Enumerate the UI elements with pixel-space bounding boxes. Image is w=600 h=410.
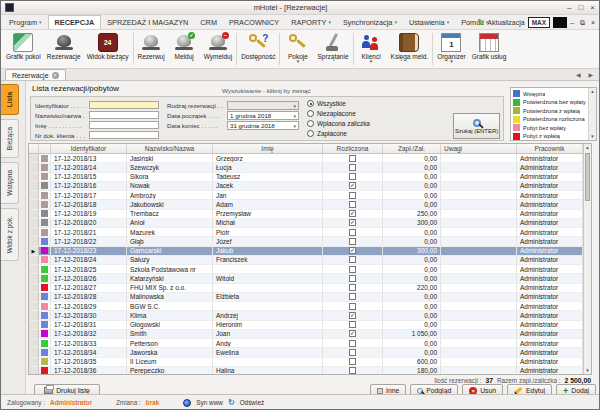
column-header-nazwisko-nazwa[interactable]: Nazwisko/Nazwa [127,144,213,153]
toolbar-melduj[interactable]: ✓Melduj [168,31,201,67]
table-row[interactable]: 17-12-2018/28MalinowskaElżbieta0,00Admin… [29,293,583,302]
toolbar-ksi-ga-meld[interactable]: Księga meld. [388,31,432,67]
side-tab-lista[interactable]: Lista [1,84,19,115]
inne-button[interactable]: Inne [370,384,406,394]
toolbar-rezerwacje[interactable]: Rezerwacje [44,31,84,67]
table-row[interactable]: ▶17-12-2018/23GarncarskiJakub✓300,00Admi… [29,247,583,256]
reservation-type-select[interactable]: ▾ [227,101,299,110]
toolbar-grafik-us-ug[interactable]: Grafik usług [469,31,510,67]
rozliczona-checkbox[interactable] [349,201,356,208]
rozliczona-checkbox[interactable] [349,266,356,273]
toolbar-pokoje[interactable]: Pokoje▼ [281,31,314,67]
table-row[interactable]: 17-12-2018/36PerepeczkoHalina180,00Admin… [29,367,583,374]
date-end-select[interactable]: 31 grudnia 2018▾ [227,121,299,130]
table-row[interactable]: 17-12-2018/15SikoraTadeusz0,00Administra… [29,173,583,182]
rozliczona-checkbox[interactable]: ✓ [349,330,356,337]
mdi-window-controls[interactable]: – ⧉ × [570,19,597,27]
radio-wszystkie[interactable]: Wszystkie [307,100,346,107]
table-row[interactable]: 17-12-2018/27FHU MIX Sp. z o.o.220,00Adm… [29,284,583,293]
toolbar-grafik-pokoi[interactable]: Grafik pokoi [3,31,44,67]
table-row[interactable]: 17-12-2018/14SzewczykŁucja0,00Administra… [29,163,583,172]
toolbar-organizer[interactable]: Organizer▼ [434,31,469,67]
rozliczona-checkbox[interactable] [349,367,356,374]
search-collapse-hint[interactable]: Wyszukiwanie - kliknij by zwinąć [222,87,311,94]
column-header-zap-zal[interactable]: Zapł./Zal. [383,144,441,153]
menu-item-raporty[interactable]: RAPORTY▾ [285,15,337,29]
filter-input-0[interactable] [89,101,159,109]
table-row[interactable]: 17-12-2018/17AmbrożyJan0,00Administrator [29,191,583,200]
table-row[interactable]: 17-12-2018/34JaworskaEwelina0,00Administ… [29,348,583,357]
radio-zap-acone[interactable]: Zapłacone [307,130,347,137]
filter-input-3[interactable] [89,131,159,139]
column-header-rozliczona[interactable]: Rozliczona [323,144,383,153]
rozliczona-checkbox[interactable] [349,155,356,162]
table-row[interactable]: 17-12-2018/16NowakJacek✓0,00Administrato… [29,182,583,191]
podgl-d-button[interactable]: Podgląd [410,384,458,394]
side-tab-bie-ca[interactable]: Bieżąca [1,119,19,158]
rozliczona-checkbox[interactable] [349,173,356,180]
table-scrollbar[interactable]: ▲ ▼ [583,144,591,374]
table-row[interactable]: 17-12-2018/24SałuzyFranciszek0,00Adminis… [29,256,583,265]
toolbar-klienci[interactable]: Klienci▼ [355,31,388,67]
rozliczona-checkbox[interactable] [349,293,356,300]
scrollbar-thumb[interactable] [585,153,590,201]
date-start-select[interactable]: 1 grudnia 2018▾ [227,111,299,120]
rozliczona-checkbox[interactable]: ✓ [349,247,356,254]
menu-item-crm[interactable]: CRM [194,15,223,29]
rozliczona-checkbox[interactable] [349,238,356,245]
sync-www-label[interactable]: Syn www [196,399,223,406]
column-header-uwagi[interactable]: Uwagi [441,144,517,153]
tab-nav-arrows[interactable]: ◀ ▶ [576,71,596,78]
table-row[interactable]: 17-12-2018/20AniołMichał✓300,00Administr… [29,219,583,228]
table-row[interactable]: 17-12-2018/31GłogowskiHieronim0,00Admini… [29,321,583,330]
rozliczona-checkbox[interactable]: ✓ [349,312,356,319]
menu-item-synchronizacja[interactable]: Synchronizacja▾ [337,15,403,29]
scroll-up-icon[interactable]: ▲ [590,89,594,94]
column-header-identyfikator[interactable]: Identyfikator [51,144,127,153]
edytuj-button[interactable]: Edytuj [507,384,552,394]
dodaj-button[interactable]: +Dodaj [556,384,596,394]
refresh-label[interactable]: Odśwież [240,399,265,406]
side-tab-wst-pna[interactable]: Wstępna [1,162,19,204]
menu-item-program[interactable]: Program▾ [3,15,48,29]
filter-input-1[interactable] [89,111,159,119]
table-row[interactable]: 17-12-2018/25Szkoła Podstawowa nr0,00Adm… [29,265,583,274]
refresh-icon[interactable]: ↻ [228,398,235,407]
rozliczona-checkbox[interactable] [349,358,356,365]
rozliczona-checkbox[interactable]: ✓ [349,210,356,217]
table-row[interactable]: 17-12-2018/19TrembaczPrzemysław✓250,00Ad… [29,210,583,219]
table-row[interactable]: 17-12-2018/33PettersonAndy0,00Administra… [29,339,583,348]
column-header-imi[interactable]: Imię [213,144,323,153]
toolbar-wymelduj[interactable]: –Wymelduj [201,31,235,67]
legend-scrollbar[interactable]: ▲ ▼ [588,88,596,140]
update-label[interactable]: Aktualizacja [487,19,524,26]
radio-niezap-acone[interactable]: Niezapłacone [307,110,356,117]
rozliczona-checkbox[interactable] [349,340,356,347]
tab-rezerwacje[interactable]: Rezerwacje × [5,69,66,80]
rozliczona-checkbox[interactable] [349,284,356,291]
rozliczona-checkbox[interactable] [349,256,356,263]
scroll-up-icon[interactable]: ▲ [584,145,591,150]
usu-button[interactable]: ×Usuń [462,384,503,394]
toolbar-widok-bie-cy[interactable]: Widok bieżący [84,31,132,67]
scroll-down-icon[interactable]: ▼ [590,134,594,139]
menu-item-ustawienia[interactable]: Ustawienia▾ [403,15,455,29]
rozliczona-checkbox[interactable]: ✓ [349,219,356,226]
toolbar-dost-pno[interactable]: ?Dostępność [238,31,278,67]
print-list-button[interactable]: Drukuj listę [34,384,100,394]
table-row[interactable]: 17-12-2018/22GłąbJózef0,00Administrator [29,237,583,246]
toolbar-sprz-tanie[interactable]: Sprzątanie [314,31,351,67]
side-tab-widok-z-pok[interactable]: Widok z pok. [1,208,19,261]
rozliczona-checkbox[interactable] [349,229,356,236]
menu-item-recepcja[interactable]: RECEPCJA [48,15,102,29]
menu-item-sprzeda-i-magazyn[interactable]: SPRZEDAŻ I MAGAZYN [101,15,194,29]
maximize-button[interactable]: □ [578,3,583,13]
close-button[interactable]: × [590,3,595,13]
minimize-button[interactable]: – [567,3,571,13]
tab-close-icon[interactable]: × [52,72,59,79]
table-row[interactable]: 17-12-2018/21MazurekPiotr0,00Administrat… [29,228,583,237]
rozliczona-checkbox[interactable] [349,349,356,356]
menu-item-pracownicy[interactable]: PRACOWNICY [223,15,285,29]
rozliczona-checkbox[interactable] [349,303,356,310]
toolbar-rezerwuj[interactable]: Rezerwuj [135,31,168,67]
